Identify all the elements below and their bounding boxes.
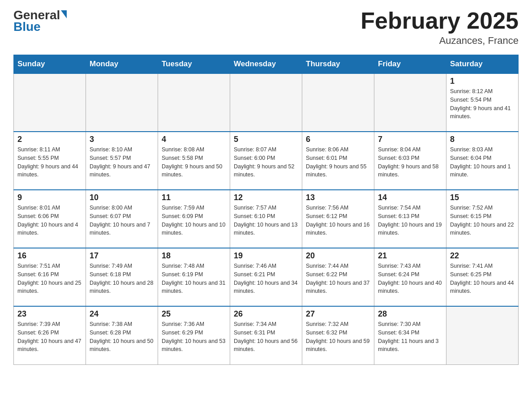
calendar-cell: 27Sunrise: 7:32 AMSunset: 6:32 PMDayligh…	[302, 306, 374, 364]
day-info: Sunrise: 7:39 AMSunset: 6:26 PMDaylight:…	[17, 320, 82, 354]
day-info: Sunrise: 7:54 AMSunset: 6:13 PMDaylight:…	[378, 204, 442, 237]
calendar-cell	[158, 73, 230, 132]
day-info: Sunrise: 8:08 AMSunset: 5:58 PMDaylight:…	[162, 146, 226, 179]
day-of-week-header: Saturday	[446, 55, 519, 74]
calendar-cell: 22Sunrise: 7:41 AMSunset: 6:25 PMDayligh…	[446, 248, 519, 306]
day-info: Sunrise: 7:52 AMSunset: 6:15 PMDaylight:…	[450, 204, 515, 237]
day-number: 18	[162, 251, 226, 261]
day-number: 3	[90, 135, 154, 144]
day-info: Sunrise: 8:10 AMSunset: 5:57 PMDaylight:…	[90, 146, 154, 179]
day-of-week-header: Tuesday	[158, 55, 230, 74]
calendar-week-row: 1Sunrise: 8:12 AMSunset: 5:54 PMDaylight…	[14, 73, 519, 132]
day-number: 2	[17, 135, 82, 144]
day-number: 28	[378, 309, 442, 319]
day-number: 12	[234, 193, 298, 202]
title-block: February 2025 Auzances, France	[360, 9, 519, 47]
day-number: 23	[17, 309, 82, 319]
day-of-week-header: Thursday	[302, 55, 374, 74]
calendar-week-row: 23Sunrise: 7:39 AMSunset: 6:26 PMDayligh…	[14, 306, 519, 364]
location: Auzances, France	[360, 35, 519, 47]
calendar-table: SundayMondayTuesdayWednesdayThursdayFrid…	[13, 55, 519, 365]
month-title: February 2025	[360, 9, 519, 32]
day-number: 5	[234, 135, 298, 144]
day-number: 21	[378, 251, 442, 261]
calendar-cell: 7Sunrise: 8:04 AMSunset: 6:03 PMDaylight…	[374, 132, 446, 190]
day-of-week-header: Sunday	[14, 55, 86, 74]
calendar-cell: 23Sunrise: 7:39 AMSunset: 6:26 PMDayligh…	[14, 306, 86, 364]
calendar-cell: 3Sunrise: 8:10 AMSunset: 5:57 PMDaylight…	[86, 132, 158, 190]
calendar-cell: 11Sunrise: 7:59 AMSunset: 6:09 PMDayligh…	[158, 190, 230, 248]
calendar-header-row: SundayMondayTuesdayWednesdayThursdayFrid…	[14, 55, 519, 74]
calendar-cell: 26Sunrise: 7:34 AMSunset: 6:31 PMDayligh…	[230, 306, 302, 364]
day-info: Sunrise: 8:04 AMSunset: 6:03 PMDaylight:…	[378, 146, 442, 179]
day-number: 8	[450, 135, 515, 144]
day-info: Sunrise: 7:34 AMSunset: 6:31 PMDaylight:…	[234, 320, 298, 354]
day-number: 25	[162, 309, 226, 319]
calendar-cell	[302, 73, 374, 132]
day-info: Sunrise: 7:43 AMSunset: 6:24 PMDaylight:…	[378, 262, 442, 295]
day-info: Sunrise: 7:32 AMSunset: 6:32 PMDaylight:…	[306, 320, 370, 354]
calendar-cell: 24Sunrise: 7:38 AMSunset: 6:28 PMDayligh…	[86, 306, 158, 364]
calendar-cell: 2Sunrise: 8:11 AMSunset: 5:55 PMDaylight…	[14, 132, 86, 190]
day-info: Sunrise: 8:06 AMSunset: 6:01 PMDaylight:…	[306, 146, 370, 179]
calendar-week-row: 9Sunrise: 8:01 AMSunset: 6:06 PMDaylight…	[14, 190, 519, 248]
day-info: Sunrise: 8:03 AMSunset: 6:04 PMDaylight:…	[450, 146, 515, 179]
calendar-cell: 16Sunrise: 7:51 AMSunset: 6:16 PMDayligh…	[14, 248, 86, 306]
day-number: 14	[378, 193, 442, 202]
day-info: Sunrise: 7:51 AMSunset: 6:16 PMDaylight:…	[17, 262, 82, 295]
calendar-cell: 15Sunrise: 7:52 AMSunset: 6:15 PMDayligh…	[446, 190, 519, 248]
day-info: Sunrise: 7:36 AMSunset: 6:29 PMDaylight:…	[162, 320, 226, 354]
day-info: Sunrise: 8:07 AMSunset: 6:00 PMDaylight:…	[234, 146, 298, 179]
calendar-cell	[86, 73, 158, 132]
calendar-cell	[374, 73, 446, 132]
calendar-cell: 13Sunrise: 7:56 AMSunset: 6:12 PMDayligh…	[302, 190, 374, 248]
day-info: Sunrise: 8:11 AMSunset: 5:55 PMDaylight:…	[17, 146, 82, 179]
day-number: 17	[90, 251, 154, 261]
day-info: Sunrise: 7:46 AMSunset: 6:21 PMDaylight:…	[234, 262, 298, 295]
calendar-cell: 18Sunrise: 7:48 AMSunset: 6:19 PMDayligh…	[158, 248, 230, 306]
calendar-cell: 6Sunrise: 8:06 AMSunset: 6:01 PMDaylight…	[302, 132, 374, 190]
calendar-cell: 21Sunrise: 7:43 AMSunset: 6:24 PMDayligh…	[374, 248, 446, 306]
calendar-cell: 10Sunrise: 8:00 AMSunset: 6:07 PMDayligh…	[86, 190, 158, 248]
day-number: 22	[450, 251, 515, 261]
day-number: 26	[234, 309, 298, 319]
day-info: Sunrise: 7:56 AMSunset: 6:12 PMDaylight:…	[306, 204, 370, 237]
calendar-cell: 9Sunrise: 8:01 AMSunset: 6:06 PMDaylight…	[14, 190, 86, 248]
calendar-cell	[14, 73, 86, 132]
calendar-cell: 4Sunrise: 8:08 AMSunset: 5:58 PMDaylight…	[158, 132, 230, 190]
day-info: Sunrise: 8:12 AMSunset: 5:54 PMDaylight:…	[450, 87, 515, 121]
day-number: 13	[306, 193, 370, 202]
calendar-cell	[230, 73, 302, 132]
day-of-week-header: Monday	[86, 55, 158, 74]
calendar-cell: 17Sunrise: 7:49 AMSunset: 6:18 PMDayligh…	[86, 248, 158, 306]
day-info: Sunrise: 7:49 AMSunset: 6:18 PMDaylight:…	[90, 262, 154, 295]
day-number: 27	[306, 309, 370, 319]
day-number: 9	[17, 193, 82, 202]
day-number: 16	[17, 251, 82, 261]
day-number: 15	[450, 193, 515, 202]
day-of-week-header: Friday	[374, 55, 446, 74]
day-number: 7	[378, 135, 442, 144]
calendar-cell	[446, 306, 519, 364]
day-number: 24	[90, 309, 154, 319]
calendar-cell: 25Sunrise: 7:36 AMSunset: 6:29 PMDayligh…	[158, 306, 230, 364]
page-header: General Blue February 2025 Auzances, Fra…	[13, 9, 519, 47]
logo-arrow-icon	[61, 10, 67, 18]
logo: General Blue	[13, 9, 67, 33]
day-number: 11	[162, 193, 226, 202]
day-info: Sunrise: 7:57 AMSunset: 6:10 PMDaylight:…	[234, 204, 298, 237]
day-number: 4	[162, 135, 226, 144]
day-info: Sunrise: 7:38 AMSunset: 6:28 PMDaylight:…	[90, 320, 154, 354]
calendar-cell: 12Sunrise: 7:57 AMSunset: 6:10 PMDayligh…	[230, 190, 302, 248]
calendar-cell: 28Sunrise: 7:30 AMSunset: 6:34 PMDayligh…	[374, 306, 446, 364]
calendar-week-row: 2Sunrise: 8:11 AMSunset: 5:55 PMDaylight…	[14, 132, 519, 190]
day-of-week-header: Wednesday	[230, 55, 302, 74]
day-info: Sunrise: 7:44 AMSunset: 6:22 PMDaylight:…	[306, 262, 370, 295]
calendar-week-row: 16Sunrise: 7:51 AMSunset: 6:16 PMDayligh…	[14, 248, 519, 306]
calendar-cell: 14Sunrise: 7:54 AMSunset: 6:13 PMDayligh…	[374, 190, 446, 248]
day-info: Sunrise: 7:48 AMSunset: 6:19 PMDaylight:…	[162, 262, 226, 295]
day-info: Sunrise: 8:01 AMSunset: 6:06 PMDaylight:…	[17, 204, 82, 237]
day-number: 10	[90, 193, 154, 202]
calendar-cell: 5Sunrise: 8:07 AMSunset: 6:00 PMDaylight…	[230, 132, 302, 190]
calendar-cell: 19Sunrise: 7:46 AMSunset: 6:21 PMDayligh…	[230, 248, 302, 306]
